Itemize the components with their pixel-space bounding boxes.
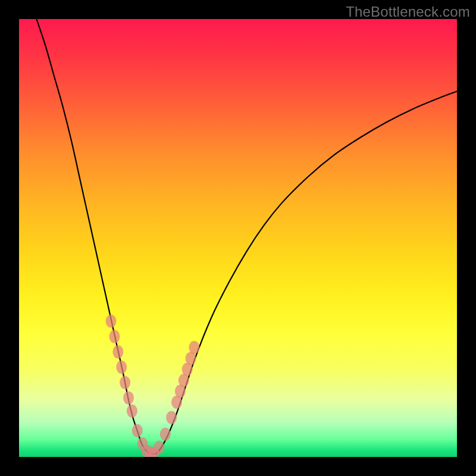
marker-dot [120,376,130,389]
marker-dot [160,428,171,441]
highlight-markers [106,315,200,457]
watermark-text: TheBottleneck.com [346,4,470,20]
chart-plot-area [19,19,457,457]
marker-dot [123,392,134,405]
bottleneck-curve [36,19,457,454]
marker-dot [154,441,165,454]
chart-svg [19,19,457,457]
marker-dot [132,424,143,437]
chart-frame: TheBottleneck.com [0,0,476,476]
marker-dot [127,405,137,418]
marker-dot [112,345,123,358]
marker-dot [189,341,199,354]
marker-dot [109,330,120,343]
marker-dot [116,361,127,374]
marker-dot [166,411,177,424]
marker-dot [106,315,117,328]
